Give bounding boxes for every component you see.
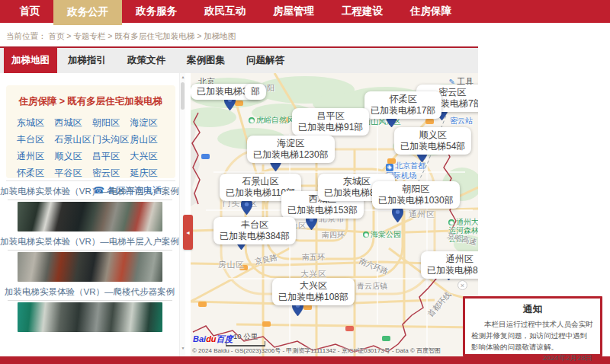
map-marker-pin[interactable] [392, 206, 403, 222]
nav-item[interactable]: 政民互动 [191, 0, 259, 23]
marker-elevator-count: 已加装电梯54部 [400, 141, 465, 152]
divider [8, 250, 172, 251]
map-canvas[interactable]: 北京 ✎工具 渔阳◉虎峪自然风景区◉书画山风景区密云站✈北京首都国际机场门头沟区… [191, 73, 478, 356]
divider [8, 200, 172, 200]
tab[interactable]: 案例图集 [176, 48, 236, 73]
marker-elevator-count: 已加装电梯153部 [287, 205, 358, 216]
vr-case-link[interactable]: 加装电梯实景体验（VR）—电梯半层入户案例 [0, 236, 179, 250]
marker-elevator-count: 已加装电梯17部 [371, 105, 435, 117]
sidebar-collapse-handle[interactable]: ◄ [183, 215, 193, 250]
district-link[interactable]: 东城区 [17, 117, 55, 129]
marker-elevator-count: 已加装电梯86部 [427, 265, 478, 276]
map-marker-bubble[interactable]: 海淀区 已加装电梯1230部 [247, 136, 335, 163]
tab[interactable]: 问题解答 [236, 48, 295, 73]
marker-district-name: 昌平区 [298, 110, 363, 122]
notice-close-icon[interactable]: × [458, 280, 467, 290]
district-link[interactable]: 朝阳区 [92, 117, 130, 129]
divider [8, 300, 172, 301]
poi-icon: ◉ [249, 117, 255, 123]
road-shield-icon [262, 321, 271, 327]
nav-item[interactable]: 政务公开 [53, 0, 122, 25]
notice-body: 本栏目运行过程中技术人员会实时检测并修复问题，如访问过程中遇到影响体验的问题敬请… [471, 318, 594, 353]
vr-case-item[interactable]: 加装电梯实景体验（VR）—电梯半层入户案例 [0, 236, 179, 282]
vr-case-link[interactable]: 加装电梯实景体验（VR）—电梯平层入户案例 [0, 186, 179, 200]
breadcrumb: 当前位置： 首页 > 专题专栏 > 既有多层住宅加装电梯 > 加梯地图 [0, 23, 610, 46]
nav-item[interactable]: 政务服务 [122, 0, 191, 23]
scroll-up-icon[interactable]: ▲ [180, 75, 186, 79]
vr-case-thumbnail[interactable] [18, 202, 162, 231]
scrollbar-thumb[interactable] [181, 82, 185, 110]
map-marker-bubble[interactable]: 部 [245, 84, 266, 100]
district-link[interactable]: 延庆区 [130, 167, 169, 180]
map-place-label: ◉海棠公园 [363, 230, 401, 238]
vr-case-item[interactable]: 加装电梯实景体验（VR）—爬楼代步器案例 [0, 286, 179, 332]
district-link[interactable]: 密云区 [92, 167, 130, 180]
district-link[interactable]: 平谷区 [55, 167, 93, 180]
vr-case-item[interactable]: 加装电梯实景体验（VR）—电梯平层入户案例 [0, 186, 179, 231]
district-panel: 住房保障>既有多层住宅加装电梯 东城区西城区朝阳区海淀区丰台区石景山区门头沟区房… [6, 85, 175, 178]
map-marker-bubble[interactable]: 大兴区 已加装电梯108部 [272, 278, 355, 305]
sidebar: 住房保障>既有多层住宅加装电梯 东城区西城区朝阳区海淀区丰台区石景山区门头沟区房… [0, 73, 185, 356]
breadcrumb-text[interactable]: 当前位置： 首页 > 专题专栏 > 既有多层住宅加装电梯 > 加梯地图 [6, 31, 236, 42]
marker-elevator-count: 已加装电梯384部 [220, 231, 290, 242]
map-scale-bar [226, 341, 265, 346]
map-marker-bubble[interactable]: 朝阳区 已加装电梯1030部 [372, 181, 460, 209]
marker-elevator-count: 部 [251, 86, 260, 97]
district-link[interactable]: 昌平区 [92, 150, 130, 163]
tab[interactable]: 加梯指引 [57, 48, 117, 73]
map-marker-bubble[interactable]: 顺义区 已加装电梯54部 [394, 127, 471, 155]
district-link[interactable]: 通州区 [17, 150, 55, 163]
vr-case-thumbnail[interactable] [18, 252, 162, 282]
vr-case-link[interactable]: 加装电梯实景体验（VR）—爬楼代步器案例 [0, 286, 179, 300]
road-shield-icon [425, 119, 434, 124]
road-shield-icon [382, 336, 390, 341]
district-link[interactable]: 怀柔区 [17, 167, 55, 180]
marker-district-name: 大兴区 [278, 280, 348, 292]
baidu-logo-text: du [206, 334, 216, 343]
marker-district-name: 怀柔区 [371, 94, 435, 105]
map-marker-bubble[interactable]: 丰台区 已加装电梯384部 [214, 217, 296, 244]
panel-title: 住房保障>既有多层住宅加装电梯 [6, 95, 175, 108]
district-link[interactable]: 房山区 [130, 133, 169, 146]
district-link[interactable]: 顺义区 [55, 150, 93, 163]
map-marker-bubble[interactable]: 怀柔区 已加装电梯17部 [364, 91, 441, 119]
map-marker-pin[interactable] [241, 199, 252, 215]
road-shield-icon [201, 154, 210, 159]
map-place-label: 南五环 [302, 253, 325, 261]
scroll-down-icon[interactable]: ▼ [180, 346, 186, 350]
notice-date: 2024年2月28日 [473, 353, 592, 363]
panel-title-topic: 既有多层住宅加装电梯 [67, 96, 162, 107]
panel-title-category: 住房保障 [19, 96, 57, 107]
nav-item[interactable]: 首页 [6, 0, 53, 23]
tab[interactable]: 加梯地图 [4, 48, 57, 73]
map-place-label: 房山区 [218, 260, 245, 269]
tab-bar: 加梯地图加梯指引政策文件案例图集问题解答 [0, 48, 478, 73]
district-link[interactable]: 门头沟区 [92, 133, 130, 146]
district-link[interactable]: 丰台区 [17, 133, 55, 146]
map-marker-bubble[interactable]: 通州区 已加装电梯86部 [421, 251, 478, 279]
map-place-label: 南四环 [322, 231, 345, 239]
map-marker-bubble[interactable]: 昌平区 已加装电梯91部 [292, 108, 369, 136]
marker-district-name: 通州区 [427, 254, 478, 265]
tab[interactable]: 政策文件 [117, 48, 176, 73]
notice-title: 通知 [465, 303, 600, 316]
district-grid: 东城区西城区朝阳区海淀区丰台区石景山区门头沟区房山区通州区顺义区昌平区大兴区怀柔… [6, 108, 175, 180]
map-copyright: © 2024 Baidu - GS(2023)3206号 - 甲测资字11111… [192, 346, 441, 355]
road-shield-icon [235, 101, 243, 106]
district-link[interactable]: 西城区 [55, 117, 93, 129]
district-link[interactable]: 海淀区 [130, 117, 169, 129]
marker-elevator-count: 已加装电梯108部 [278, 292, 348, 303]
marker-elevator-count: 已加装电梯91部 [298, 122, 363, 133]
panel-title-separator: > [57, 96, 67, 107]
map-place-label: 青云店镇 [357, 282, 387, 290]
district-link[interactable]: 大兴区 [130, 150, 169, 163]
nav-item[interactable]: 工程建设 [328, 0, 396, 23]
marker-elevator-count: 已加装电梯1230部 [253, 149, 329, 161]
airport-icon: ✈ [386, 164, 393, 171]
road-shield-icon [198, 302, 207, 307]
district-link[interactable]: 石景山区 [55, 133, 93, 146]
vr-case-thumbnail[interactable] [18, 302, 162, 332]
marker-elevator-count: 已加装电梯1030部 [378, 195, 454, 206]
nav-item[interactable]: 房屋管理 [259, 0, 328, 23]
nav-item[interactable]: 住房保障 [396, 0, 465, 23]
